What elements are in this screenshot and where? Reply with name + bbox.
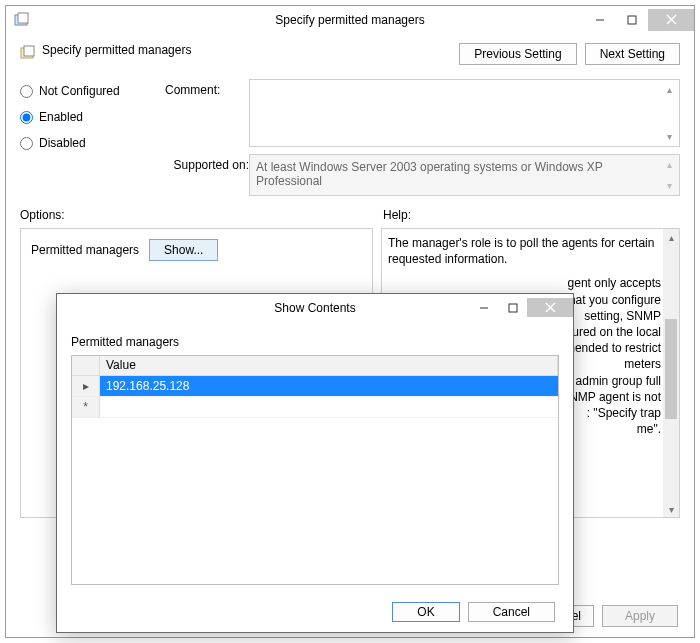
scroll-down-icon: ▾ [662, 178, 677, 193]
state-radio-group: Not Configured Enabled Disabled [20, 79, 165, 196]
table-row[interactable]: * [72, 397, 558, 418]
modal-minimize-button[interactable] [469, 298, 498, 317]
help-scrollbar[interactable]: ▴ ▾ [663, 229, 679, 517]
minimize-button[interactable] [584, 9, 616, 31]
modal-maximize-button[interactable] [498, 298, 527, 317]
modal-ok-button[interactable]: OK [392, 602, 459, 622]
radio-enabled-label: Enabled [39, 110, 83, 124]
modal-buttons: OK Cancel [392, 602, 555, 622]
previous-setting-button[interactable]: Previous Setting [459, 43, 576, 65]
comment-label: Comment: [165, 79, 249, 97]
scroll-up-icon: ▴ [662, 157, 677, 172]
radio-not-configured[interactable] [20, 85, 33, 98]
scroll-up-icon[interactable]: ▴ [663, 229, 679, 245]
help-label: Help: [383, 208, 411, 222]
table-row[interactable]: ▸192.168.25.128 [72, 376, 558, 397]
modal-grid-label: Permitted managers [71, 335, 559, 349]
row-marker: * [72, 397, 100, 418]
show-button[interactable]: Show... [149, 239, 218, 261]
supported-on-box: At least Windows Server 2003 operating s… [249, 154, 680, 196]
radio-not-configured-label: Not Configured [39, 84, 120, 98]
options-label: Options: [20, 208, 383, 222]
scroll-up-icon[interactable]: ▴ [662, 82, 677, 97]
supported-on-text: At least Windows Server 2003 operating s… [256, 160, 603, 188]
app-icon [14, 12, 30, 28]
apply-button[interactable]: Apply [602, 605, 678, 627]
svg-rect-7 [24, 46, 34, 56]
scroll-down-icon[interactable]: ▾ [663, 501, 679, 517]
show-contents-dialog: Show Contents Permitted managers Value ▸… [56, 293, 574, 633]
radio-disabled[interactable] [20, 137, 33, 150]
svg-rect-3 [628, 16, 636, 24]
modal-cancel-button[interactable]: Cancel [468, 602, 555, 622]
grid-header: Value [72, 356, 558, 376]
svg-rect-9 [509, 304, 517, 312]
policy-name: Specify permitted managers [42, 43, 191, 57]
grid-row-header-col [72, 356, 100, 375]
grid-col-value[interactable]: Value [100, 356, 558, 375]
modal-title-bar: Show Contents [57, 294, 573, 321]
modal-close-button[interactable] [527, 298, 573, 317]
scroll-thumb[interactable] [665, 319, 677, 419]
row-value-cell[interactable]: 192.168.25.128 [100, 376, 558, 397]
scroll-down-icon[interactable]: ▾ [662, 129, 677, 144]
permitted-managers-label: Permitted managers [31, 243, 139, 257]
close-button[interactable] [648, 9, 694, 31]
row-value-cell[interactable] [100, 397, 558, 418]
comment-textarea[interactable]: ▴ ▾ [249, 79, 680, 147]
svg-rect-1 [18, 13, 28, 23]
supported-on-label: Supported on: [165, 154, 249, 196]
radio-disabled-label: Disabled [39, 136, 86, 150]
managers-grid[interactable]: Value ▸192.168.25.128* [71, 355, 559, 585]
maximize-button[interactable] [616, 9, 648, 31]
title-bar: Specify permitted managers [6, 6, 694, 33]
policy-icon [20, 45, 36, 61]
row-marker: ▸ [72, 376, 100, 397]
next-setting-button[interactable]: Next Setting [585, 43, 680, 65]
radio-enabled[interactable] [20, 111, 33, 124]
